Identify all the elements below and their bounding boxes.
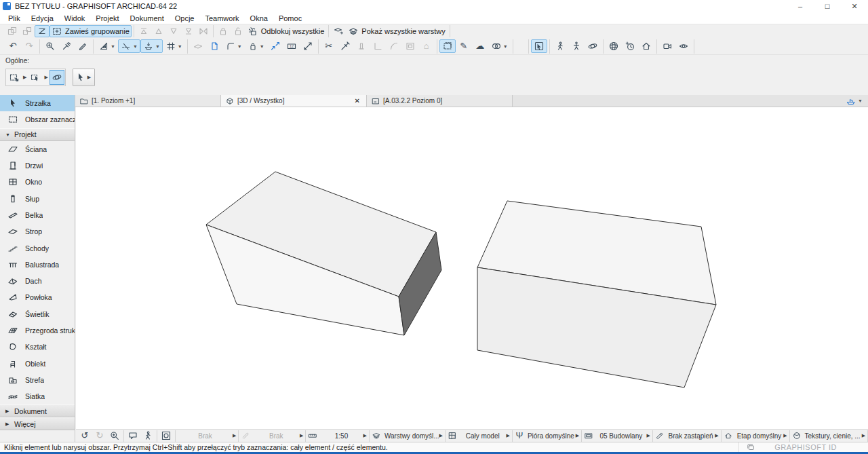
menu-item-7[interactable]: Okna bbox=[245, 13, 273, 24]
chain-unlock-button[interactable]: Odblokuj wszystkie bbox=[245, 25, 327, 37]
flyout-arrow-icon[interactable]: ▶ bbox=[86, 75, 92, 80]
menu-item-6[interactable]: Teamwork bbox=[199, 13, 244, 24]
dropdown-arrow-icon[interactable]: ▼ bbox=[111, 44, 115, 49]
coord-lock-button[interactable]: ▼ bbox=[245, 39, 267, 53]
view-tab-2[interactable]: [A.03.2.2 Poziom 0] bbox=[367, 95, 513, 107]
field-flyout-arrow-icon[interactable]: ▶ bbox=[783, 433, 787, 438]
menu-item-4[interactable]: Dokument bbox=[125, 13, 170, 24]
arc-gray-button[interactable] bbox=[386, 39, 402, 53]
toolbox-item-railing[interactable]: Balustrada bbox=[0, 257, 75, 273]
toolbox-item-door[interactable]: Drzwi bbox=[0, 157, 75, 174]
toolbox-section-dokument[interactable]: ▶Dokument bbox=[0, 404, 75, 417]
dropdown-arrow-icon[interactable]: ▼ bbox=[237, 44, 242, 49]
toolbox-item-wall[interactable]: Ściana bbox=[0, 141, 75, 157]
orbit-button[interactable] bbox=[585, 39, 601, 53]
zoom-in-button[interactable] bbox=[107, 430, 122, 442]
menu-item-8[interactable]: Pomoc bbox=[273, 13, 307, 24]
quick-option-field-3[interactable]: Warstwy domyśl...▶ bbox=[370, 430, 446, 442]
toolbox-item-beam[interactable]: Belka bbox=[0, 207, 75, 223]
pick-up-params-button[interactable] bbox=[42, 39, 58, 53]
adjust-button[interactable] bbox=[337, 39, 353, 53]
sphere-grid-button[interactable] bbox=[606, 39, 622, 53]
menu-item-2[interactable]: Widok bbox=[59, 13, 91, 24]
toolbox-item-morph[interactable]: Kształt bbox=[0, 339, 75, 355]
select-cursor-box-button[interactable] bbox=[531, 39, 547, 53]
toolbox-section-projekt[interactable]: ▼Projekt bbox=[0, 128, 75, 141]
toolbox-item-skylight[interactable]: Świetlik bbox=[0, 306, 75, 322]
menu-item-1[interactable]: Edycja bbox=[26, 13, 59, 24]
toolbox-item-mesh[interactable]: Siatka bbox=[0, 388, 75, 404]
flyout-arrow-icon[interactable]: ▶ bbox=[43, 75, 49, 80]
autogroup-button[interactable]: Zawieś grupowanie bbox=[50, 25, 132, 37]
move-arrows-button[interactable] bbox=[267, 39, 283, 53]
toolbox-item-object[interactable]: Obiekt bbox=[0, 355, 75, 371]
field-flyout-arrow-icon[interactable]: ▶ bbox=[646, 433, 650, 438]
quick-option-field-8[interactable]: Etap domyślny▶ bbox=[722, 430, 790, 442]
menu-item-0[interactable]: Plik bbox=[3, 13, 26, 24]
split-button[interactable]: ✂ bbox=[321, 39, 337, 53]
send-to-back-button[interactable] bbox=[181, 25, 196, 37]
box-shape[interactable] bbox=[477, 201, 716, 387]
dimension-12-button[interactable]: 12 bbox=[283, 39, 300, 53]
set-square-button[interactable]: ▼ bbox=[96, 39, 118, 53]
wedge-shape[interactable] bbox=[206, 172, 441, 335]
toolbox-item-zone[interactable]: Strefa bbox=[0, 372, 75, 388]
quick-option-field-2[interactable]: 1:50▶ bbox=[306, 430, 369, 442]
quick-option-field-5[interactable]: ΨPióra domyślne▶ bbox=[513, 430, 582, 442]
quick-option-field-1[interactable]: Brak▶ bbox=[239, 430, 306, 442]
pop-up-navigator-button[interactable]: ▼ bbox=[846, 95, 868, 107]
quick-option-field-4[interactable]: 2Cały model▶ bbox=[446, 430, 513, 442]
minimize-button[interactable]: – bbox=[787, 0, 814, 12]
gravity-button[interactable]: ▼ bbox=[140, 39, 163, 53]
corner-gray-button[interactable] bbox=[370, 39, 386, 53]
toolbox-item-marquee[interactable]: Obszar zaznacz... bbox=[0, 111, 75, 128]
select-previous-button[interactable] bbox=[28, 70, 43, 85]
toolbox-item-roof[interactable]: Dach bbox=[0, 273, 75, 289]
toolbox-section-wicej[interactable]: ▶Więcej bbox=[0, 417, 75, 430]
field-flyout-arrow-icon[interactable]: ▶ bbox=[439, 433, 443, 438]
snap-guides-button[interactable]: ▼ bbox=[118, 39, 140, 53]
field-flyout-arrow-icon[interactable]: ▶ bbox=[507, 433, 510, 438]
toolbox-item-stairs[interactable]: Schody bbox=[0, 240, 75, 256]
back-circle-button[interactable]: ↺ bbox=[77, 430, 92, 442]
maximize-button[interactable]: □ bbox=[814, 0, 841, 12]
dropdown-arrow-icon[interactable]: ▼ bbox=[155, 44, 160, 49]
walk-person-button[interactable] bbox=[552, 39, 568, 53]
explore-person-button[interactable] bbox=[568, 39, 585, 53]
bubble-button[interactable] bbox=[125, 430, 140, 442]
marquee-views-button[interactable] bbox=[7, 70, 22, 85]
pen-tool-button[interactable] bbox=[75, 39, 91, 53]
redo-button[interactable]: ↷ bbox=[21, 39, 37, 53]
quick-option-field-7[interactable]: Brak zastąpień▶ bbox=[653, 430, 722, 442]
quick-option-field-0[interactable]: Brak▶ bbox=[176, 430, 239, 442]
toolbox-item-shell[interactable]: Powłoka bbox=[0, 289, 75, 305]
stretch-button[interactable] bbox=[300, 39, 316, 53]
unlock-button[interactable] bbox=[231, 25, 245, 37]
view-tab-1[interactable]: [3D / Wszystko]✕ bbox=[221, 95, 367, 107]
suspend-groups-button[interactable] bbox=[35, 25, 50, 37]
field-flyout-arrow-icon[interactable]: ▶ bbox=[233, 433, 236, 438]
reset-order-button[interactable] bbox=[196, 25, 211, 37]
filter-circles-button[interactable]: ▼ bbox=[488, 39, 511, 53]
menu-item-5[interactable]: Opcje bbox=[170, 13, 200, 24]
field-flyout-arrow-icon[interactable]: ▶ bbox=[862, 433, 865, 438]
bring-forward-button[interactable] bbox=[151, 25, 166, 37]
menu-item-3[interactable]: Projekt bbox=[90, 13, 124, 24]
clock-plus-button[interactable] bbox=[622, 39, 638, 53]
3d-viewport[interactable] bbox=[76, 107, 868, 429]
dropdown-arrow-icon[interactable]: ▼ bbox=[260, 44, 264, 49]
dropdown-arrow-icon[interactable]: ▼ bbox=[133, 44, 138, 49]
orbit-button[interactable] bbox=[50, 70, 64, 85]
quick-option-field-9[interactable]: Tekstury, cienie, ...▶ bbox=[790, 430, 868, 442]
zoom-extent-button[interactable] bbox=[159, 430, 174, 442]
fillet-button[interactable]: ▼ bbox=[222, 39, 245, 53]
quick-option-field-6[interactable]: 05 Budowlany▶ bbox=[582, 430, 653, 442]
home-gray-button[interactable]: ⌂ bbox=[418, 39, 435, 53]
frame-gray-button[interactable] bbox=[402, 39, 418, 53]
marquee-3d-button[interactable] bbox=[439, 39, 456, 53]
field-flyout-arrow-icon[interactable]: ▶ bbox=[715, 433, 718, 438]
forward-circle-button[interactable]: ↻ bbox=[92, 430, 107, 442]
flyout-arrow-icon[interactable]: ▶ bbox=[22, 75, 28, 80]
dropdown-arrow-icon[interactable]: ▼ bbox=[858, 98, 863, 103]
cutaway-cloud-button[interactable]: ☁ bbox=[472, 39, 488, 53]
